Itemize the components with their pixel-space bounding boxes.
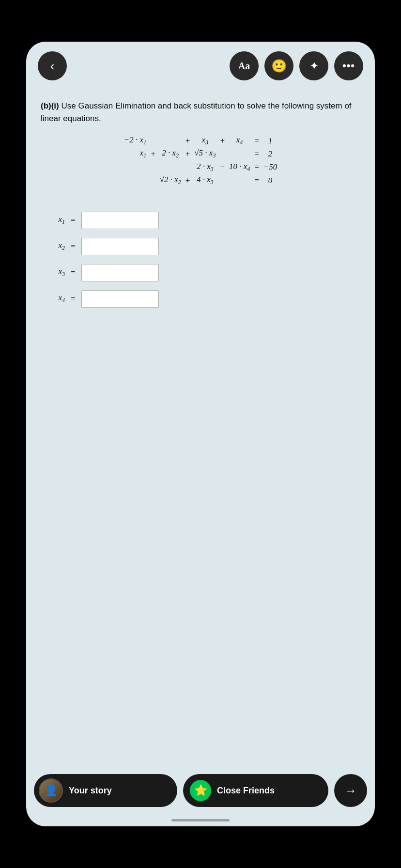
back-icon: ‹ [50,59,55,74]
back-button[interactable]: ‹ [38,51,67,80]
eq1-op2: + [183,134,192,147]
x2-input[interactable] [81,238,159,255]
eq3-term4: 10 · x4 [227,161,252,174]
eq3-op2 [183,161,192,174]
text-icon: Aa [238,61,250,72]
eq4-equals: = [252,174,261,187]
x3-equals: = [71,268,76,278]
equation-row-4: √2 · x2 + 4 · x3 = 0 [122,174,279,187]
bottom-bar: 👤 Your story ⭐ Close Friends → [26,766,375,826]
x1-label: x1 [46,215,65,226]
answer-row-x1: x1 = [46,212,360,229]
eq1-rhs: 1 [262,134,279,147]
avatar: 👤 [39,778,63,803]
eq2-op1: + [148,147,157,160]
your-story-label: Your story [69,786,112,796]
eq4-term1 [122,174,148,187]
eq4-term3: 4 · x3 [192,174,217,187]
answer-row-x2: x2 = [46,238,360,255]
content-area: (b)(i) Use Gaussian Elimination and back… [26,42,375,826]
eq1-term4: x4 [227,134,252,147]
x1-input[interactable] [81,212,159,229]
equations-container: −2 · x1 + x3 + x4 = 1 x1 + 2 · x2 [41,134,360,187]
eq4-rhs: 0 [262,174,279,187]
equation-row-2: x1 + 2 · x2 + √5 · x3 = 2 [122,147,279,160]
eq1-op3: + [217,134,227,147]
equation-row-3: 2 · x3 − 10 · x4 = −50 [122,161,279,174]
eq2-op2: + [183,147,192,160]
eq2-term1: x1 [122,147,148,160]
eq1-op1 [148,134,157,147]
text-button[interactable]: Aa [230,51,259,80]
eq3-op3: − [217,161,227,174]
eq3-op1 [148,161,157,174]
eq1-equals: = [252,134,261,147]
more-icon: ••• [342,60,355,72]
x4-equals: = [71,294,76,304]
x1-equals: = [71,216,76,225]
problem-instruction: Use Gaussian Elimination and back substi… [41,101,352,123]
avatar-image: 👤 [40,779,62,802]
x3-input[interactable] [81,264,159,281]
eq3-term3: 2 · x3 [192,161,217,174]
x2-label: x2 [46,241,65,252]
toolbar: ‹ Aa 🙂 ✦ ••• [26,42,375,85]
close-friends-button[interactable]: ⭐ Close Friends [183,774,328,807]
eq2-term3: √5 · x3 [192,147,217,160]
eq2-equals: = [252,147,261,160]
eq3-term1 [122,161,148,174]
eq1-term3: x3 [192,134,217,147]
toolbar-right-buttons: Aa 🙂 ✦ ••• [230,51,363,80]
sparkle-icon: ✦ [310,60,318,72]
eq4-op3 [217,174,227,187]
sticker-icon: 🙂 [271,59,287,74]
sticker-button[interactable]: 🙂 [264,51,293,80]
eq1-term2 [158,134,183,147]
eq4-op2: + [183,174,192,187]
your-story-button[interactable]: 👤 Your story [34,774,177,807]
arrow-icon: → [344,783,357,798]
eq4-term2: √2 · x2 [158,174,183,187]
eq1-term1: −2 · x1 [122,134,148,147]
eq4-term4 [227,174,252,187]
eq2-op3 [217,147,227,160]
eq4-op1 [148,174,157,187]
eq2-term2: 2 · x2 [158,147,183,160]
problem-label: (b)(i) [41,101,59,110]
equations-table: −2 · x1 + x3 + x4 = 1 x1 + 2 · x2 [122,134,279,187]
close-friends-label: Close Friends [217,786,275,796]
send-arrow-button[interactable]: → [334,774,367,807]
eq3-rhs: −50 [262,161,279,174]
x4-input[interactable] [81,290,159,308]
x2-equals: = [71,242,76,251]
eq2-term4 [227,147,252,160]
eq3-term2 [158,161,183,174]
sparkle-button[interactable]: ✦ [299,51,328,80]
green-star-icon: ⭐ [190,780,211,801]
x3-label: x3 [46,267,65,278]
eq3-equals: = [252,161,261,174]
x4-label: x4 [46,293,65,304]
equation-row-1: −2 · x1 + x3 + x4 = 1 [122,134,279,147]
problem-description: (b)(i) Use Gaussian Elimination and back… [41,100,360,124]
answers-section: x1 = x2 = x3 = x4 = [46,212,360,316]
answer-row-x4: x4 = [46,290,360,308]
eq2-rhs: 2 [262,147,279,160]
answer-row-x3: x3 = [46,264,360,281]
more-button[interactable]: ••• [334,51,363,80]
phone-frame: ‹ Aa 🙂 ✦ ••• (b)(i) Use Gaussian Elimina… [26,42,375,826]
home-indicator [171,819,230,822]
